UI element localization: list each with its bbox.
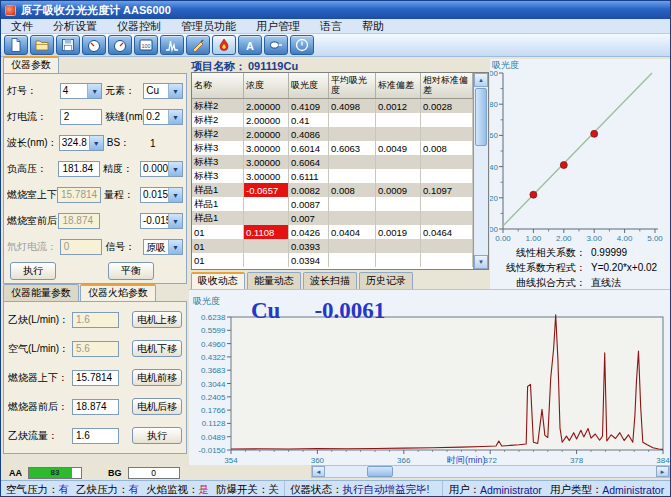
status-flag-label: 火焰监视： (146, 483, 199, 495)
menu-item-4[interactable]: 管理员功能 (171, 19, 246, 33)
tab-instrument-params[interactable]: 仪器参数 (3, 56, 59, 73)
save-button[interactable] (56, 35, 80, 55)
menu-item-7[interactable]: 帮助 (352, 19, 394, 33)
scroll-track[interactable] (474, 147, 488, 255)
table-cell: 标样2 (192, 113, 244, 127)
table-row[interactable]: 010.0394 (192, 253, 473, 267)
horizontal-scroll-thumb[interactable] (367, 466, 393, 477)
column-header-4[interactable]: 平均吸光度 (329, 73, 376, 98)
table-vertical-scrollbar[interactable]: ▲ ▼ (473, 73, 488, 269)
gain-100-meter-button[interactable]: 100 (134, 35, 158, 55)
column-header-2[interactable]: 浓度 (244, 73, 289, 98)
power-icon (294, 37, 310, 53)
menu-item-5[interactable]: 用户管理 (246, 19, 310, 33)
param-row-4: 负高压：181.84精度：0.0000▼ (4, 156, 186, 182)
tab-instrument-flame-params[interactable]: 仪器火焰参数 (80, 284, 156, 301)
open-file-button[interactable] (30, 35, 54, 55)
table-row[interactable]: 标样33.000000.60140.60630.00490.008 (192, 141, 473, 155)
table-row[interactable]: 标样22.000000.41 (192, 113, 473, 127)
svg-text:0.3044: 0.3044 (201, 380, 226, 389)
table-header-row: 名称浓度吸光度平均吸光度标准偏差相对标准偏差 (192, 73, 473, 99)
lamp-number-select[interactable]: 4▼ (60, 83, 103, 99)
slit-select[interactable]: 0.2▼ (143, 109, 183, 125)
auto-zero-pen-button[interactable] (186, 35, 210, 55)
scroll-down-icon[interactable]: ▼ (474, 255, 488, 269)
chevron-down-icon: ▼ (89, 136, 103, 150)
precision-select[interactable]: 0.0000▼ (140, 161, 183, 177)
menu-item-6[interactable]: 语言 (310, 19, 352, 33)
ignite-flame-button[interactable] (212, 35, 236, 55)
svg-text:0.60: 0.60 (490, 131, 499, 140)
range-low-select[interactable]: -0.0150▼ (140, 213, 183, 229)
tab-absorption-dynamics[interactable]: 吸收动态 (191, 272, 245, 289)
lamp-current-input[interactable]: 2 (60, 109, 103, 125)
scroll-left-icon[interactable]: ◄ (312, 466, 325, 477)
table-row[interactable]: 标样22.000000.4086 (192, 127, 473, 141)
param-label: 量程： (104, 188, 140, 202)
param-label: BS： (107, 136, 144, 150)
column-header-3[interactable]: 吸光度 (289, 73, 329, 98)
gain-100-meter-icon: 100 (138, 37, 154, 53)
scroll-up-icon[interactable]: ▲ (474, 73, 488, 87)
table-cell: 0.0019 (376, 225, 421, 239)
scroll-right-icon[interactable]: ► (656, 466, 669, 477)
table-row[interactable]: 标样33.000000.6111 (192, 169, 473, 183)
motor-down-button[interactable]: 电机下移 (132, 340, 182, 357)
table-row[interactable]: 样品10.0087 (192, 197, 473, 211)
motor-back-button[interactable]: 电机后移 (132, 398, 182, 415)
tab-instrument-energy-params[interactable]: 仪器能量参数 (3, 284, 79, 301)
energy-meter-button[interactable] (82, 35, 106, 55)
menu-item-1[interactable]: 文件 (1, 19, 43, 33)
acetylene-input: 1.6 (72, 312, 119, 328)
table-row[interactable]: 样品10.007 (192, 211, 473, 225)
menu-item-2[interactable]: 分析设置 (43, 19, 107, 33)
motor-forward-button[interactable]: 电机前移 (132, 369, 182, 386)
precision-select-value: 0.0000 (141, 162, 168, 176)
burner-frontback-input[interactable]: 18.874 (72, 399, 119, 415)
column-header-1[interactable]: 名称 (192, 73, 244, 98)
params-execute-button[interactable]: 执行 (10, 262, 56, 280)
wavelength-scan-button[interactable] (160, 35, 184, 55)
table-row[interactable]: 标样22.000000.41090.40980.00120.0028 (192, 99, 473, 113)
table-cell (376, 169, 421, 183)
table-row[interactable]: 010.0393 (192, 239, 473, 253)
param-label: 波长(nm)： (7, 136, 59, 150)
tab-history[interactable]: 历史记录 (359, 272, 413, 289)
svg-text:378: 378 (570, 456, 584, 465)
tab-energy-dynamics[interactable]: 能量动态 (247, 272, 301, 289)
new-file-button[interactable] (4, 35, 28, 55)
flame-row-4: 燃烧器前后：18.874电机后移 (4, 392, 186, 421)
user-type-value: Administrator (602, 484, 664, 496)
table-cell (376, 253, 421, 267)
chart-horizontal-scrollbar[interactable]: ◄ ► (311, 465, 670, 478)
table-cell (421, 169, 473, 183)
user-value: Administrator (480, 484, 542, 496)
table-row[interactable]: 标样33.000000.6064 (192, 155, 473, 169)
tab-wavelength-scan[interactable]: 波长扫描 (303, 272, 357, 289)
table-row[interactable]: 样品1-0.06570.00820.0080.00090.1097 (192, 183, 473, 197)
range-high-select[interactable]: 0.0150▼ (140, 187, 183, 203)
element-select[interactable]: Cu▼ (143, 83, 183, 99)
table-row[interactable]: 010.11080.04260.04040.00190.0464 (192, 225, 473, 239)
wavelength-select[interactable]: 324.8▼ (59, 135, 104, 151)
param-label: 精度： (103, 162, 140, 176)
column-header-6[interactable]: 相对标准偏差 (421, 73, 473, 98)
burner-updown-input[interactable]: 15.7814 (72, 370, 119, 386)
motor-up-button[interactable]: 电机上移 (132, 311, 182, 328)
table-cell: 0.4109 (289, 99, 329, 113)
signal-select[interactable]: 原吸▼ (143, 239, 183, 255)
pmt-voltage-input[interactable]: 181.84 (58, 161, 100, 177)
auto-gain-button[interactable]: A (238, 35, 262, 55)
column-header-5[interactable]: 标准偏差 (376, 73, 421, 98)
param-row-2: 灯电流：2狭缝(nm)：0.2▼ (4, 104, 186, 130)
flame-execute-button[interactable]: 执行 (132, 427, 182, 444)
hollow-cathode-lamp-button[interactable] (264, 35, 288, 55)
vertical-scroll-thumb[interactable] (475, 88, 487, 146)
balance-meter-button[interactable] (108, 35, 132, 55)
power-button[interactable] (290, 35, 314, 55)
svg-text:0.6238: 0.6238 (201, 313, 226, 322)
svg-text:4.00: 4.00 (617, 234, 633, 243)
menu-item-3[interactable]: 仪器控制 (107, 19, 171, 33)
balance-button[interactable]: 平衡 (108, 262, 154, 280)
acetylene-flow-input[interactable]: 1.6 (72, 428, 119, 444)
